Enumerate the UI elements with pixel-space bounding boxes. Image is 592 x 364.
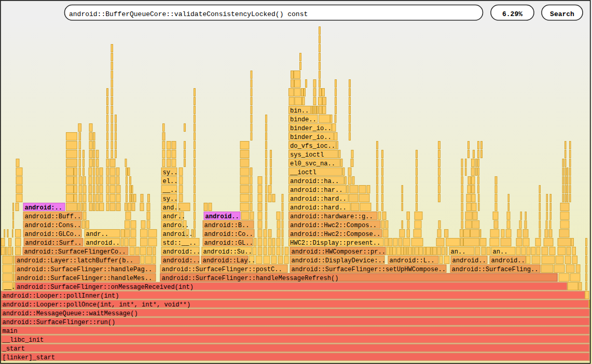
svg-text:android::Cons..: android::Cons.. xyxy=(25,222,81,229)
svg-text:android::HWComposer::pr..: android::HWComposer::pr.. xyxy=(292,248,386,256)
svg-text:android::GLCo..: android::GLCo.. xyxy=(25,231,81,238)
svg-text:android::SurfaceFlinger::handl: android::SurfaceFlinger::handlePag.. xyxy=(17,266,152,273)
svg-text:el..: el.. xyxy=(163,178,178,185)
svg-text:android::ha..: android::ha.. xyxy=(290,178,339,185)
svg-text:android:..: android:.. xyxy=(25,204,63,212)
svg-text:android::DisplayDevice:..: android::DisplayDevice:.. xyxy=(292,257,386,264)
svg-text:HWC2::Display::present..: HWC2::Display::present.. xyxy=(290,240,380,247)
svg-text:android::Surf..: android::Surf.. xyxy=(25,240,82,247)
svg-text:android::SurfaceFlinger::onMes: android::SurfaceFlinger::onMessageReceiv… xyxy=(17,284,194,291)
svg-text:android::SurfaceFlinger::setUp: android::SurfaceFlinger::setUpHWCompose.… xyxy=(292,266,446,273)
svg-text:android::Layer::latchBuffer(b.: android::Layer::latchBuffer(b.. xyxy=(17,257,133,264)
svg-text:an..: an.. xyxy=(493,248,508,256)
svg-text:android::Su..: android::Su.. xyxy=(203,248,252,256)
svg-text:android::SurfaceFlinger::run(): android::SurfaceFlinger::run() xyxy=(3,319,116,326)
svg-text:andro..: andro.. xyxy=(163,222,189,229)
svg-text:do_vfs_ioc..: do_vfs_ioc.. xyxy=(290,143,335,150)
svg-text:[linker]_start: [linker]_start xyxy=(3,354,56,361)
svg-text:binder_io..: binder_io.. xyxy=(290,134,332,141)
svg-text:_start: _start xyxy=(2,345,25,353)
svg-text:sy..: sy.. xyxy=(163,195,178,203)
svg-text:binder_io..: binder_io.. xyxy=(290,125,332,132)
svg-text:android::Hwc2::Compos..: android::Hwc2::Compos.. xyxy=(290,222,377,229)
svg-text:__ioctl: __ioctl xyxy=(290,169,316,176)
svg-text:and..: and.. xyxy=(163,204,182,212)
svg-text:android::Hwc2::Compose..: android::Hwc2::Compose.. xyxy=(290,231,380,238)
svg-text:android::B..: android::B.. xyxy=(204,222,250,229)
svg-text:android::har..: android::har.. xyxy=(290,187,343,194)
svg-text:android..: android.. xyxy=(491,257,525,264)
svg-text:android..: android.. xyxy=(205,213,239,220)
svg-text:android::hard..: android::hard.. xyxy=(290,204,347,212)
svg-text:android::Looper::pollOnce(int,: android::Looper::pollOnce(int, int*, int… xyxy=(3,301,191,309)
svg-text:main: main xyxy=(3,328,18,335)
svg-text:an..: an.. xyxy=(451,248,466,256)
svg-text:android::SurfaceFlingerCo..: android::SurfaceFlingerCo.. xyxy=(24,248,126,256)
svg-text:6.29%: 6.29% xyxy=(502,10,522,18)
svg-text:android::SurfaceFling..: android::SurfaceFling.. xyxy=(452,266,539,273)
svg-text:andr..: andr.. xyxy=(86,231,109,238)
svg-text:android..: android.. xyxy=(452,257,486,264)
svg-text:binde..: binde.. xyxy=(290,116,316,123)
svg-text:sys_ioctl: sys_ioctl xyxy=(290,151,324,159)
svg-text:andr..: andr.. xyxy=(163,213,186,220)
svg-text:android::hardware::g..: android::hardware::g.. xyxy=(290,213,373,220)
svg-text:bin..: bin.. xyxy=(290,107,309,115)
svg-text:android::L..: android::L.. xyxy=(390,257,435,264)
svg-text:android::SurfaceFlinger::postC: android::SurfaceFlinger::postC.. xyxy=(162,266,282,273)
svg-text:android::SurfaceFlinger::handl: android::SurfaceFlinger::handleMessageRe… xyxy=(162,275,339,282)
svg-text:androi..: androi.. xyxy=(163,231,193,238)
svg-text:android::Co..: android::Co.. xyxy=(204,231,253,238)
svg-text:android:..: android:.. xyxy=(163,248,201,256)
svg-text:android::Lay..: android::Lay.. xyxy=(203,257,256,264)
svg-text:Search: Search xyxy=(550,10,574,18)
svg-text:android::MessageQueue::waitMes: android::MessageQueue::waitMessage() xyxy=(3,310,138,317)
svg-text:android:..: android:.. xyxy=(163,257,201,264)
svg-text:android::hard..: android::hard.. xyxy=(290,195,347,203)
svg-text:__.: __. xyxy=(4,284,16,291)
svg-text:android::Buff..: android::Buff.. xyxy=(25,213,81,220)
svg-text:android::GL..: android::GL.. xyxy=(204,240,253,247)
svg-text:std::__..: std::__.. xyxy=(163,240,197,247)
svg-text:__libc_init: __libc_init xyxy=(2,337,44,344)
svg-text:android::BufferQueueCore::vali: android::BufferQueueCore::validateConsis… xyxy=(69,10,308,18)
svg-text:android::SurfaceFlinger::handl: android::SurfaceFlinger::handleMes.. xyxy=(17,275,152,282)
svg-text:el0_svc_na..: el0_svc_na.. xyxy=(290,160,335,167)
svg-text:android..: android.. xyxy=(86,240,120,247)
svg-text:sy..: sy.. xyxy=(163,169,178,176)
svg-text:android::Looper::pollInner(int: android::Looper::pollInner(int) xyxy=(3,292,119,300)
svg-text:__..: __.. xyxy=(162,187,178,194)
